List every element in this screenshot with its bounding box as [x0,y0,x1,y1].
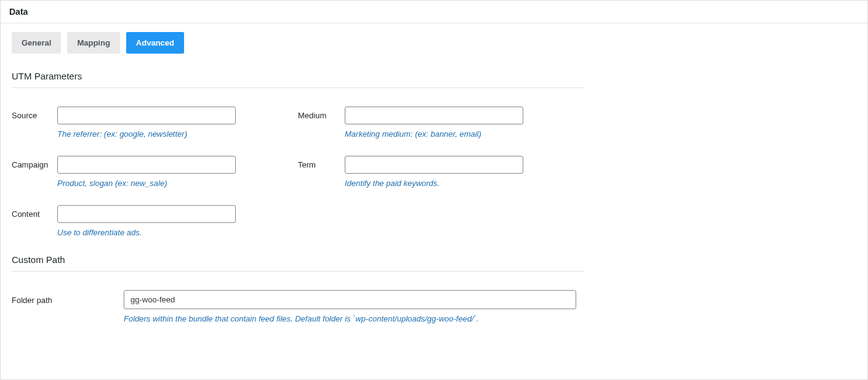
utm-term-field: Term Identify the paid keywords. [298,156,584,188]
folder-row: Folder path Folders within the bundle th… [12,290,584,323]
utm-medium-input[interactable] [345,107,523,124]
utm-campaign-input[interactable] [57,156,236,174]
folder-path-field: Folder path Folders within the bundle th… [12,290,584,323]
utm-content-hint: Use to differentiate ads. [57,228,236,237]
utm-source-hint: The referrer: (ex: google, newsletter) [57,129,236,139]
divider [12,271,584,272]
utm-section-title: UTM Parameters [12,71,584,81]
custom-path-title: Custom Path [12,254,584,265]
utm-medium-label: Medium [298,107,345,120]
tab-general[interactable]: General [12,32,61,54]
panel-title: Data [1,1,867,23]
utm-row-3: Content Use to differentiate ads. [12,205,584,237]
panel-body: General Mapping Advanced UTM Parameters … [1,23,867,341]
utm-campaign-hint: Product, slogan (ex: new_sale) [57,179,236,188]
utm-medium-field: Medium Marketing medium: (ex: banner, em… [298,107,584,139]
tab-advanced[interactable]: Advanced [126,32,184,54]
utm-medium-control: Marketing medium: (ex: banner, email) [345,107,523,139]
utm-content-input[interactable] [57,205,236,223]
utm-term-hint: Identify the paid keywords. [345,179,523,188]
utm-medium-hint: Marketing medium: (ex: banner, email) [345,129,523,139]
tab-bar: General Mapping Advanced [12,32,856,54]
folder-path-hint: Folders within the bundle that contain f… [124,314,576,323]
utm-row-1: Source The referrer: (ex: google, newsle… [12,107,584,139]
utm-source-input[interactable] [57,107,236,124]
utm-section: UTM Parameters Source The referrer: (ex:… [12,71,584,237]
divider [12,87,584,88]
utm-row-2: Campaign Product, slogan (ex: new_sale) … [12,156,584,188]
utm-content-label: Content [12,205,57,219]
custom-path-section: Custom Path Folder path Folders within t… [12,254,584,323]
utm-term-label: Term [298,156,345,169]
tab-mapping[interactable]: Mapping [67,32,119,54]
utm-source-field: Source The referrer: (ex: google, newsle… [12,107,298,139]
data-panel: Data General Mapping Advanced UTM Parame… [0,0,868,380]
folder-path-control: Folders within the bundle that contain f… [124,290,576,323]
utm-campaign-field: Campaign Product, slogan (ex: new_sale) [12,156,298,188]
utm-source-control: The referrer: (ex: google, newsletter) [57,107,236,139]
utm-source-label: Source [12,107,57,120]
utm-term-control: Identify the paid keywords. [345,156,523,188]
utm-term-input[interactable] [345,156,523,174]
utm-content-control: Use to differentiate ads. [57,205,236,237]
folder-path-input[interactable] [124,290,576,309]
utm-campaign-label: Campaign [12,156,57,169]
utm-content-field: Content Use to differentiate ads. [12,205,298,237]
folder-path-label: Folder path [12,290,124,305]
utm-campaign-control: Product, slogan (ex: new_sale) [57,156,236,188]
